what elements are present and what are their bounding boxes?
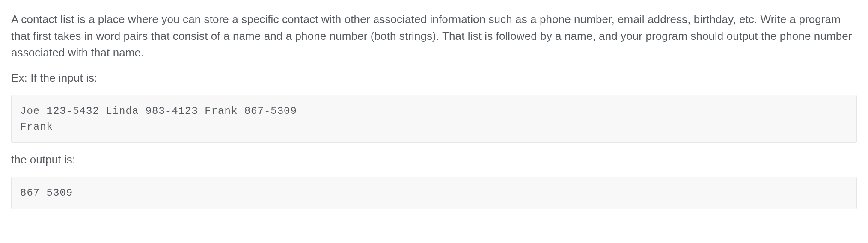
example-output-label: the output is:	[11, 151, 857, 168]
problem-description: A contact list is a place where you can …	[11, 11, 857, 61]
output-code-block: 867-5309	[11, 177, 857, 209]
input-code-block: Joe 123-5432 Linda 983-4123 Frank 867-53…	[11, 95, 857, 143]
example-input-label: Ex: If the input is:	[11, 70, 857, 86]
